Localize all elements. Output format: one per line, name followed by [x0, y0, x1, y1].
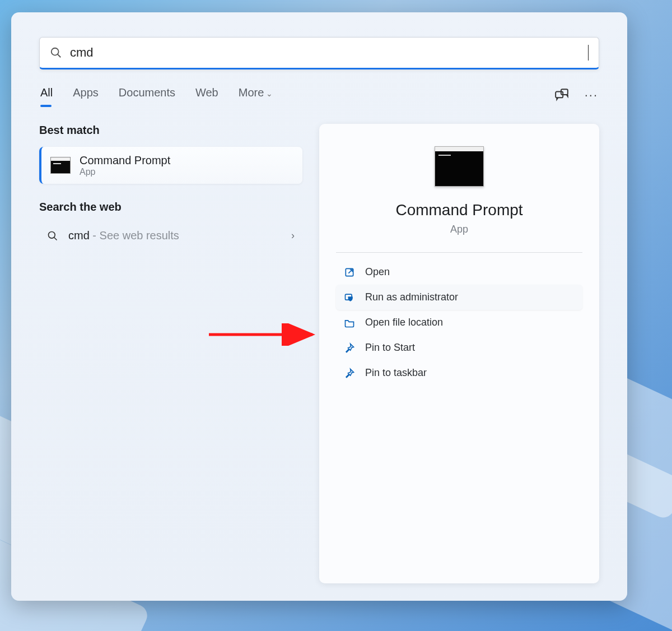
tab-apps[interactable]: Apps	[73, 86, 99, 104]
results-column: Best match Command Prompt App Search the…	[39, 124, 302, 583]
action-open[interactable]: Open	[336, 259, 582, 285]
svg-point-4	[49, 231, 55, 238]
action-label: Pin to taskbar	[365, 367, 427, 379]
best-match-result[interactable]: Command Prompt App	[39, 147, 302, 184]
action-pin-to-taskbar[interactable]: Pin to taskbar	[336, 360, 582, 386]
pin-icon	[344, 368, 355, 379]
folder-icon	[344, 317, 355, 328]
action-label: Open file location	[365, 317, 443, 328]
svg-point-0	[52, 48, 59, 55]
action-pin-to-start[interactable]: Pin to Start	[336, 335, 582, 360]
action-label: Run as administrator	[365, 291, 458, 303]
text-cursor	[588, 45, 589, 61]
result-subtitle: App	[80, 167, 170, 177]
pin-icon	[344, 342, 355, 354]
more-options-icon[interactable]: ···	[585, 88, 598, 103]
tab-more[interactable]: More⌄	[239, 86, 273, 104]
action-open-file-location[interactable]: Open file location	[336, 310, 582, 335]
admin-shield-icon	[344, 292, 355, 303]
search-web-label: Search the web	[39, 201, 302, 214]
tab-documents[interactable]: Documents	[119, 86, 175, 104]
web-result-text: cmd - See web results	[68, 229, 179, 242]
search-icon	[47, 230, 58, 242]
detail-pane: Command Prompt App Open Run as administr…	[319, 124, 599, 583]
tab-web[interactable]: Web	[195, 86, 218, 104]
search-icon	[50, 47, 62, 59]
chat-icon[interactable]	[554, 88, 569, 103]
chevron-down-icon: ⌄	[266, 89, 273, 98]
search-input[interactable]	[70, 45, 588, 60]
detail-subtitle: App	[336, 224, 582, 235]
command-prompt-icon	[50, 157, 71, 174]
best-match-label: Best match	[39, 124, 302, 137]
action-label: Open	[365, 266, 390, 278]
svg-line-5	[54, 237, 57, 240]
result-title: Command Prompt	[80, 154, 170, 167]
search-bar[interactable]	[39, 37, 599, 69]
svg-line-1	[58, 54, 61, 58]
command-prompt-icon	[435, 146, 484, 187]
action-run-as-admin[interactable]: Run as administrator	[336, 285, 582, 310]
open-icon	[344, 267, 355, 278]
divider	[336, 252, 582, 253]
action-label: Pin to Start	[365, 342, 415, 354]
filter-tabs: All Apps Documents Web More⌄ ···	[39, 86, 599, 104]
start-search-panel: All Apps Documents Web More⌄ ··· Best ma…	[11, 12, 627, 601]
detail-title: Command Prompt	[336, 201, 582, 219]
chevron-right-icon: ›	[291, 230, 295, 242]
web-result-row[interactable]: cmd - See web results ›	[39, 224, 302, 248]
tab-all[interactable]: All	[40, 86, 53, 104]
